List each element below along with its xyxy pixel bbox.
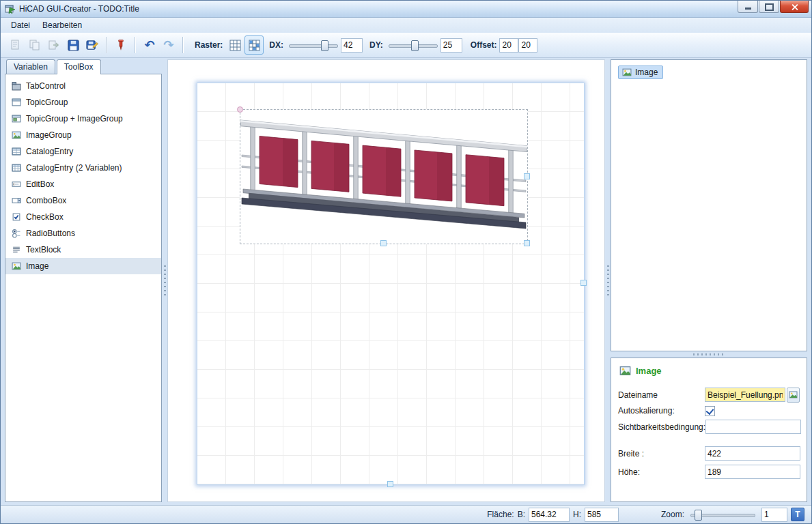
new-page-button[interactable]: [6, 35, 25, 55]
toolbox-item-tabcontrol[interactable]: TabControl: [5, 78, 161, 94]
save-icon: [67, 39, 80, 52]
toolbox-item-topicgroup[interactable]: TopicGroup: [5, 94, 161, 111]
save-button[interactable]: [64, 35, 83, 55]
left-panel: Variablen ToolBox TabControl Topi: [5, 59, 162, 502]
toolbox-item-combobox[interactable]: ComboBox: [5, 192, 161, 209]
export-button[interactable]: [44, 35, 64, 55]
menu-datei[interactable]: Datei: [5, 18, 36, 32]
dateiname-input[interactable]: [705, 388, 785, 402]
left-tabs: Variablen ToolBox: [5, 59, 162, 74]
splitter-grip-icon: [607, 265, 609, 297]
selection-handle-topleft[interactable]: [237, 106, 243, 113]
toolbox-item-checkbox[interactable]: CheckBox: [5, 209, 161, 225]
offset-label: Offset:: [471, 40, 497, 50]
dx-slider-track: [289, 44, 338, 48]
undo-button[interactable]: ↶: [140, 35, 159, 55]
artboard-handle-right[interactable]: [580, 280, 587, 286]
grid-icon: [229, 40, 241, 51]
right-splitter[interactable]: [605, 59, 611, 502]
copy-page-button[interactable]: [25, 35, 44, 55]
redo-button[interactable]: ↷: [159, 35, 178, 55]
form-artboard[interactable]: [197, 83, 585, 485]
left-splitter[interactable]: [162, 59, 167, 502]
selection-handle-bottom[interactable]: [380, 240, 387, 246]
railing-image: [240, 110, 527, 244]
undo-icon: ↶: [144, 39, 154, 51]
area-width-input[interactable]: [529, 508, 570, 522]
combobox-icon: [12, 196, 21, 205]
copy-page-icon: [29, 39, 41, 51]
text-mode-button[interactable]: T: [791, 508, 804, 521]
toolbox-item-radiobuttons[interactable]: RadioButtons: [5, 225, 161, 242]
dx-slider-thumb[interactable]: [321, 40, 328, 51]
textblock-icon: [12, 245, 21, 254]
properties-panel: Image Dateiname Autoskalierung:: [611, 358, 807, 502]
image-icon: [622, 68, 632, 77]
dy-input[interactable]: [440, 38, 462, 53]
save-as-button[interactable]: [83, 35, 102, 55]
offset-y-input[interactable]: [518, 38, 537, 53]
menu-bearbeiten[interactable]: Bearbeiten: [36, 18, 88, 32]
toolbox-item-label: ComboBox: [26, 196, 66, 205]
toolbox-item-label: TabControl: [26, 81, 66, 91]
selection-handle-bottomright[interactable]: [524, 240, 530, 246]
zoom-slider-thumb[interactable]: [695, 510, 702, 521]
minimize-button[interactable]: [738, 1, 758, 13]
close-button[interactable]: [780, 1, 809, 13]
hoehe-input[interactable]: [705, 465, 800, 479]
toolbox-item-textblock[interactable]: TextBlock: [5, 242, 161, 258]
zoom-input[interactable]: [761, 508, 787, 522]
outline-tree: Image: [611, 59, 807, 351]
menu-bar: Datei Bearbeiten: [1, 18, 811, 33]
maximize-button[interactable]: [759, 1, 779, 13]
dx-input[interactable]: [341, 38, 363, 53]
sichtbarkeit-row: Sichtbarkeitsbedingung:: [618, 418, 800, 435]
toolbar-separator: [135, 37, 136, 53]
grid-off-button[interactable]: [225, 35, 244, 55]
toolbox-item-catalogentry[interactable]: CatalogEntry: [5, 143, 161, 160]
status-bar: Fläche: B: H: Zoom: T: [1, 505, 811, 523]
area-height-input[interactable]: [585, 508, 619, 522]
raster-label: Raster:: [195, 40, 223, 50]
tree-item-image[interactable]: Image: [618, 66, 663, 79]
breite-input[interactable]: [705, 446, 800, 461]
editbox-icon: [12, 179, 21, 189]
toolbox-item-label: TopicGroup + ImageGroup: [26, 114, 123, 123]
dx-label: DX:: [269, 40, 283, 50]
topicgroup-imagegroup-icon: [12, 114, 21, 123]
properties-title: Image: [636, 366, 662, 376]
artboard-handle-bottom[interactable]: [387, 481, 393, 487]
toolbox-item-image[interactable]: Image: [5, 258, 161, 274]
toolbox-item-topicgroup-imagegroup[interactable]: TopicGroup + ImageGroup: [5, 111, 161, 127]
toolbox-item-label: TextBlock: [26, 245, 61, 254]
sichtbarkeit-label: Sichtbarkeitsbedingung:: [618, 422, 705, 432]
window-title: HiCAD GUI-Creator - TODO:Title: [19, 4, 738, 14]
pin-button[interactable]: [111, 35, 130, 55]
dy-slider[interactable]: [389, 38, 438, 52]
title-bar[interactable]: HiCAD GUI-Creator - TODO:Title: [1, 1, 811, 18]
dx-slider[interactable]: [289, 38, 338, 52]
dy-slider-thumb[interactable]: [411, 40, 419, 51]
toolbox-item-catalogentry-2[interactable]: CatalogEntry (2 Variablen): [5, 160, 161, 176]
zoom-slider[interactable]: [690, 508, 755, 521]
tabcontrol-icon: [12, 81, 21, 91]
hoehe-label: Höhe:: [618, 467, 705, 477]
sichtbarkeit-input[interactable]: [705, 420, 801, 434]
dy-label: DY:: [369, 40, 383, 50]
image-icon: [789, 390, 798, 399]
autoskalierung-checkbox[interactable]: [705, 406, 715, 416]
toolbox-item-editbox[interactable]: EditBox: [5, 176, 161, 192]
tab-variablen[interactable]: Variablen: [6, 59, 55, 74]
browse-image-button[interactable]: [787, 388, 800, 403]
design-canvas[interactable]: [167, 59, 605, 502]
toolbox-item-label: RadioButtons: [26, 229, 75, 238]
offset-x-input[interactable]: [499, 38, 518, 53]
properties-header: Image: [619, 365, 800, 377]
toolbox-item-imagegroup[interactable]: ImageGroup: [5, 127, 161, 143]
selected-image-element[interactable]: [240, 109, 528, 244]
imagegroup-icon: [12, 130, 21, 140]
right-panel-splitter[interactable]: [611, 351, 807, 358]
grid-snap-button[interactable]: [244, 35, 264, 55]
selection-handle-right[interactable]: [524, 173, 530, 179]
tab-toolbox[interactable]: ToolBox: [57, 59, 101, 74]
